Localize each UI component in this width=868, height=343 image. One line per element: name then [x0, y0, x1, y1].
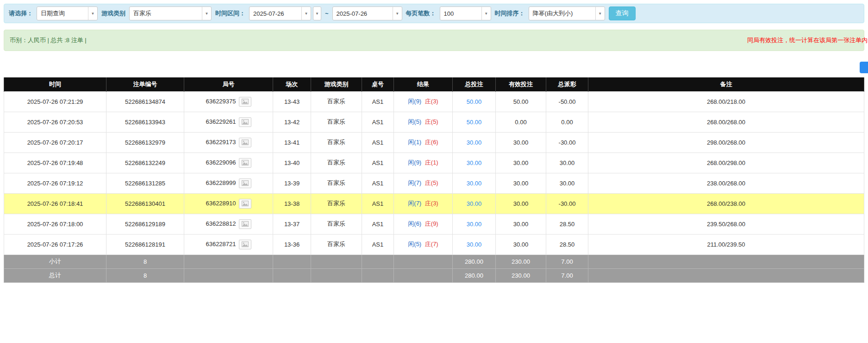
cell-round: 636228812	[184, 214, 273, 234]
page-size-dropdown[interactable]: 100 ▼	[440, 6, 491, 20]
cell-payout: -30.00	[546, 193, 588, 214]
table-row[interactable]: 2025-07-26 07:17:26522686128191636228721…	[4, 234, 864, 254]
footer-empty-cell	[311, 268, 362, 282]
replay-image-icon[interactable]	[239, 199, 251, 209]
chevron-down-icon[interactable]: ▼	[481, 7, 491, 20]
cell-game-type: 百家乐	[311, 152, 362, 173]
footer-payout: 7.00	[546, 254, 588, 268]
bet-amount-link[interactable]: 30.00	[467, 241, 482, 248]
cell-round: 636229375	[184, 91, 273, 112]
date-range-separator: ~	[325, 10, 329, 17]
cell-remark: 268.00/268.00	[588, 112, 864, 132]
cell-remark: 211.00/239.50	[588, 234, 864, 254]
page-size-label: 每页笔数：	[406, 9, 436, 18]
replay-image-icon[interactable]	[239, 219, 251, 229]
cell-time: 2025-07-26 07:21:29	[4, 91, 106, 112]
cell-remark: 268.00/238.00	[588, 193, 864, 214]
table-row[interactable]: 2025-07-26 07:21:29522686134874636229375…	[4, 91, 864, 112]
game-category-dropdown[interactable]: 百家乐 ▼	[129, 6, 212, 20]
date-to-picker[interactable]: 2025-07-26 ▼	[332, 6, 402, 20]
cell-time: 2025-07-26 07:18:00	[4, 214, 106, 234]
cell-game-type: 百家乐	[311, 132, 362, 152]
cell-total-bet: 30.00	[453, 152, 496, 173]
cutoff-button[interactable]	[860, 62, 868, 73]
cell-bet-id: 522686128191	[106, 234, 184, 254]
replay-image-icon[interactable]	[239, 117, 251, 127]
table-row[interactable]: 2025-07-26 07:19:12522686131285636228999…	[4, 173, 864, 193]
page-size-value: 100	[440, 7, 481, 20]
footer-total-bet: 280.00	[453, 254, 496, 268]
cell-game-type: 百家乐	[311, 193, 362, 214]
cell-remark: 298.00/268.00	[588, 132, 864, 152]
column-header: 时间	[4, 77, 106, 91]
table-row[interactable]: 2025-07-26 07:20:17522686132979636229173…	[4, 132, 864, 152]
footer-label: 总计	[4, 268, 106, 282]
cell-session: 13-42	[273, 112, 311, 132]
cell-round: 636228721	[184, 234, 273, 254]
footer-empty-cell	[362, 268, 394, 282]
cell-valid-bet: 50.00	[496, 91, 546, 112]
cell-remark: 268.00/218.00	[588, 91, 864, 112]
query-type-value: 日期查询	[37, 7, 88, 20]
chevron-down-icon[interactable]: ▼	[301, 7, 311, 20]
chevron-down-icon[interactable]: ▼	[88, 7, 97, 20]
result-player: 闲(6)	[408, 220, 421, 227]
cell-table-no: AS1	[362, 112, 394, 132]
search-button[interactable]: 查询	[609, 6, 636, 20]
footer-valid-bet: 230.00	[496, 254, 546, 268]
cell-payout: 30.00	[546, 152, 588, 173]
bet-amount-link[interactable]: 30.00	[467, 159, 482, 166]
column-header: 桌号	[362, 77, 394, 91]
summary-bar: 币别：人民币 | 总共 :8 注单 | 同局有效投注，统一计算在该局第一张注单内	[4, 30, 864, 51]
table-body: 2025-07-26 07:21:29522686134874636229375…	[4, 91, 864, 254]
cell-result: 闲(9) 庄(1)	[394, 152, 453, 173]
footer-valid-bet: 230.00	[496, 268, 546, 282]
result-player: 闲(9)	[408, 98, 421, 105]
date-from-extra-button[interactable]: ▼	[313, 6, 321, 20]
cell-session: 13-37	[273, 214, 311, 234]
bet-amount-link[interactable]: 30.00	[467, 139, 482, 146]
game-category-label: 游戏类别	[101, 9, 125, 18]
replay-image-icon[interactable]	[239, 240, 251, 249]
chevron-down-icon[interactable]: ▼	[202, 7, 211, 20]
chevron-down-icon[interactable]: ▼	[595, 7, 605, 20]
query-type-dropdown[interactable]: 日期查询 ▼	[37, 6, 98, 20]
column-header: 结果	[394, 77, 453, 91]
column-header: 场次	[273, 77, 311, 91]
result-player: 闲(7)	[408, 200, 421, 207]
cell-bet-id: 522686130401	[106, 193, 184, 214]
footer-label: 小计	[4, 254, 106, 268]
cell-valid-bet: 30.00	[496, 132, 546, 152]
bet-amount-link[interactable]: 50.00	[467, 119, 482, 126]
table-row[interactable]: 2025-07-26 07:18:00522686129189636228812…	[4, 214, 864, 234]
cell-round: 636229096	[184, 152, 273, 173]
replay-image-icon[interactable]	[239, 158, 251, 168]
table-row[interactable]: 2025-07-26 07:18:41522686130401636228910…	[4, 193, 864, 214]
replay-image-icon[interactable]	[239, 138, 251, 147]
bet-amount-link[interactable]: 50.00	[467, 98, 482, 105]
footer-empty-cell	[273, 254, 311, 268]
footer-empty-cell	[184, 254, 273, 268]
chevron-down-icon[interactable]: ▼	[393, 7, 402, 20]
cell-time: 2025-07-26 07:19:12	[4, 173, 106, 193]
table-row[interactable]: 2025-07-26 07:20:53522686133943636229261…	[4, 112, 864, 132]
cell-game-type: 百家乐	[311, 234, 362, 254]
date-from-picker[interactable]: 2025-07-26 ▼	[249, 6, 311, 20]
bet-amount-link[interactable]: 30.00	[467, 180, 482, 187]
cell-time: 2025-07-26 07:17:26	[4, 234, 106, 254]
cell-table-no: AS1	[362, 173, 394, 193]
bet-records-table: 时间注单编号局号场次游戏类别桌号结果总投注有效投注总派彩备注 2025-07-2…	[4, 77, 864, 283]
table-footer: 小计8280.00230.007.00总计8280.00230.007.00	[4, 254, 864, 282]
time-range-label: 时间区间：	[215, 9, 245, 18]
bet-amount-link[interactable]: 30.00	[467, 200, 482, 207]
time-sort-dropdown[interactable]: 降幂(由大到小) ▼	[529, 6, 605, 20]
replay-image-icon[interactable]	[239, 178, 251, 188]
currency-total-text: 币别：人民币 | 总共 :8 注单 |	[10, 36, 87, 44]
table-row[interactable]: 2025-07-26 07:19:48522686132249636229096…	[4, 152, 864, 173]
bet-amount-link[interactable]: 30.00	[467, 221, 482, 228]
cell-payout: -50.00	[546, 91, 588, 112]
result-banker: 庄(5)	[425, 118, 438, 125]
replay-image-icon[interactable]	[239, 97, 251, 107]
date-to-value: 2025-07-26	[333, 7, 393, 20]
cell-payout: -30.00	[546, 132, 588, 152]
